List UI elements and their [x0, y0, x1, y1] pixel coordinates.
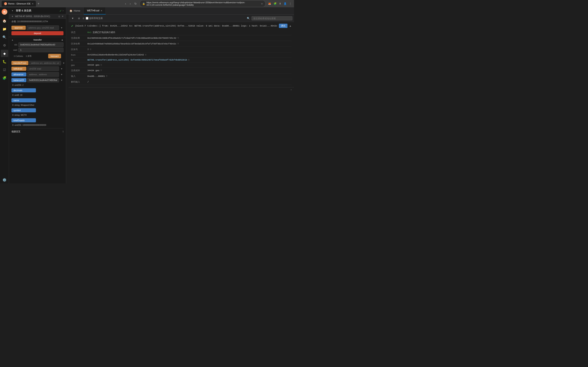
wad-input[interactable]: [18, 48, 63, 52]
monitor-checkbox-row: 监听所有交易: [86, 17, 103, 20]
home-tab-label: Home: [74, 9, 80, 12]
line-num-36: 36: [66, 75, 69, 78]
reference-link[interactable]: ⎘ 参数: [26, 55, 32, 58]
tx-search-input[interactable]: [251, 16, 292, 20]
sidebar-icon-compile[interactable]: ⚙: [1, 42, 8, 49]
calldata-icon: ⎘: [14, 55, 15, 57]
to-copy[interactable]: ⎘: [188, 59, 190, 61]
home-tab-icon: 🏠: [69, 9, 72, 12]
panel-collapse-icon[interactable]: ▼: [11, 9, 13, 12]
menu-icon[interactable]: ⋮: [288, 2, 292, 6]
extensions-btn[interactable]: 🦊: [267, 2, 272, 6]
weth-title: WETH9 AT 0XFEE...5201B (BLOCKC): [15, 15, 58, 17]
bottom-stop-btn[interactable]: ⊘: [77, 17, 81, 20]
bookmark-icon[interactable]: ☆: [261, 2, 263, 5]
sidebar-icon-settings[interactable]: ⚙️: [1, 176, 8, 184]
copy-contract-icon[interactable]: ⎘: [59, 15, 60, 18]
allowance-item: allowance ▼: [11, 72, 63, 77]
browser-chrome: Remix - Ethereum IDE ✕ + ‹ › ↻ 🔒 https:/…: [0, 0, 294, 7]
balance-display: 余额: 10.000000000000000001 ETH: [9, 19, 66, 24]
tab-close-btn[interactable]: ✕: [32, 3, 34, 5]
weth-collapse-icon[interactable]: ▼: [11, 15, 13, 17]
address-bar[interactable]: 🔒 https://remix.ethereum.org/#lang=zh&op…: [140, 0, 266, 7]
new-tab-button[interactable]: +: [37, 2, 40, 6]
forward-button[interactable]: ›: [129, 2, 132, 6]
bottom-expand-btn[interactable]: ▼: [70, 17, 75, 20]
profile-icon[interactable]: 👤: [283, 2, 287, 6]
download-icon[interactable]: ⬇: [278, 2, 282, 6]
tx-cost-label: 交易成本: [71, 69, 87, 72]
bottom-arrow-icon[interactable]: ›: [291, 88, 292, 91]
deposit-button[interactable]: deposit: [11, 31, 63, 35]
symbol-button[interactable]: symbol: [11, 108, 36, 112]
allowance-button[interactable]: allowance: [11, 72, 26, 76]
active-tab[interactable]: Remix - Ethereum IDE ✕: [2, 1, 36, 7]
sidebar-icon-home[interactable]: 🏠: [1, 17, 8, 25]
editor-tabs: 🏠 Home WETH9.sol ✕: [66, 7, 294, 15]
tx-collapse-icon[interactable]: ▲: [289, 25, 292, 27]
sidebar-icon-verify[interactable]: ☑: [1, 66, 8, 73]
gas-label: gas: [71, 64, 87, 66]
withdraw-dropdown[interactable]: ▼: [60, 67, 63, 70]
calldata-link[interactable]: ⎘ Calldata: [14, 55, 23, 57]
from-copy[interactable]: ⎘: [145, 54, 146, 56]
withdraw-item: withdraw ▼: [11, 67, 63, 71]
name-button[interactable]: name: [11, 98, 36, 102]
weth-tab-close[interactable]: ✕: [101, 9, 102, 12]
expand-icon[interactable]: ›: [63, 9, 63, 12]
total-supply-button[interactable]: totalSupply: [11, 118, 36, 122]
transfer-from-input[interactable]: [29, 61, 61, 65]
wad-label: wad:: [11, 49, 17, 51]
sidebar-icon-files[interactable]: 📁: [1, 25, 8, 33]
low-level-info-icon[interactable]: ℹ: [63, 130, 63, 133]
transfer-collapse-icon: ▲: [11, 39, 13, 41]
transfer-from-dropdown[interactable]: ▼: [62, 62, 66, 65]
gas-text: 34434 gas: [87, 64, 99, 66]
tx-hash-copy[interactable]: ⎘: [178, 37, 179, 39]
block-hash-copy[interactable]: ⎘: [178, 43, 179, 45]
sidebar-icon-search[interactable]: 🔍: [1, 33, 8, 41]
monitor-checkbox[interactable]: [86, 17, 88, 20]
editor-split: 🏠 Home WETH9.sol ✕ 20 21 22 23 24 25 26: [66, 7, 294, 184]
transfer-header[interactable]: ▲ transfer ▲: [9, 37, 66, 42]
weth-tab[interactable]: WETH9.sol ✕: [84, 7, 106, 15]
withdraw-input[interactable]: [27, 67, 59, 71]
block-num-copy[interactable]: ⎘: [90, 48, 91, 50]
approve-input[interactable]: [26, 25, 59, 30]
decoded-label: 解码输入: [71, 80, 87, 83]
refresh-button[interactable]: ↻: [133, 2, 138, 6]
transact-button[interactable]: transact: [48, 54, 61, 58]
gas-copy[interactable]: ⎘: [101, 64, 102, 66]
input-copy[interactable]: ⎘: [106, 75, 107, 77]
home-tab[interactable]: 🏠 Home: [66, 7, 84, 15]
decimals-button[interactable]: decimals: [11, 88, 36, 92]
approve-dropdown-icon[interactable]: ▼: [60, 26, 63, 29]
dst-input[interactable]: [18, 42, 63, 47]
debug-button[interactable]: 调试: [279, 24, 287, 28]
withdraw-button[interactable]: withdraw: [11, 67, 26, 71]
balance-of-button[interactable]: balanceOf: [11, 78, 26, 82]
bottom-panel: ▼ ⊘ 0 监听所有交易 🔍 ✔ [bl: [69, 15, 294, 92]
status-row: 状态 0x1 交易已打包且执行成功: [71, 30, 292, 35]
line-num-29: 29: [66, 49, 69, 53]
allowance-dropdown[interactable]: ▼: [60, 73, 63, 76]
weth-tab-label: WETH9.sol: [87, 9, 99, 12]
balance-of-dropdown[interactable]: ▼: [60, 79, 63, 82]
tx-cost-copy[interactable]: ⎘: [101, 69, 102, 72]
sidebar-icon-debug[interactable]: 🐛: [1, 58, 8, 65]
balance-of-input[interactable]: [27, 78, 59, 82]
allowance-input[interactable]: [27, 72, 59, 77]
line-num-38: 38: [66, 82, 69, 86]
sidebar-icon-plugins[interactable]: 🧩: [1, 74, 8, 82]
puzzle-icon[interactable]: 🧩: [273, 2, 277, 6]
approve-button[interactable]: approve: [11, 26, 26, 30]
sidebar-icon-deploy[interactable]: ◆: [1, 50, 8, 57]
tx-cost-row: 交易成本 34434 gas ⎘: [71, 68, 292, 73]
transfer-from-button[interactable]: transferFrom: [11, 61, 28, 65]
decoded-value: /: [87, 80, 292, 83]
back-button[interactable]: ‹: [124, 2, 127, 6]
transfer-expand-icon[interactable]: ▲: [61, 38, 63, 41]
to-value: WETH9.transfer(address,uint256) 0xfee60c…: [87, 59, 292, 61]
tx-header[interactable]: ✔ [block:7 txIndex:-] from: 0x426...2d34…: [69, 22, 294, 30]
close-contract-icon[interactable]: ✕: [62, 15, 63, 18]
